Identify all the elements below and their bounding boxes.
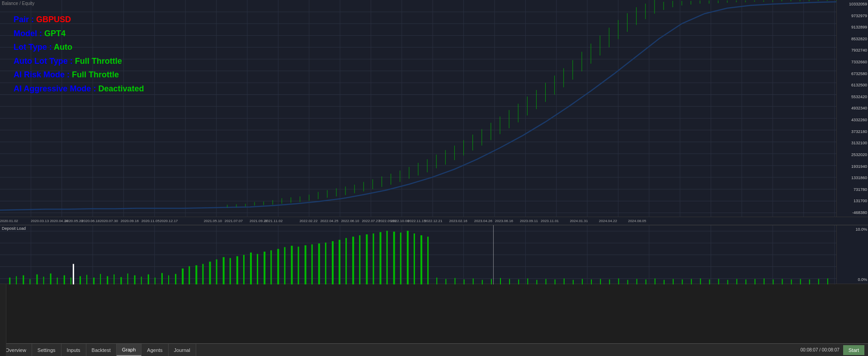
svg-rect-200 xyxy=(482,280,483,285)
tab-graph[interactable]: Graph xyxy=(117,344,142,356)
svg-rect-204 xyxy=(518,280,519,285)
y-label-16: 731780 xyxy=(838,187,867,192)
auto-lot-line: Auto Lot Type : Full Throttle xyxy=(14,54,144,68)
svg-rect-226 xyxy=(709,280,710,285)
x-axis-dates: 2020.01.022020.03.132020.04.242020.05.20… xyxy=(0,217,868,225)
svg-rect-146 xyxy=(100,274,101,285)
svg-rect-210 xyxy=(573,280,574,285)
start-button[interactable]: Start xyxy=(843,345,864,355)
y-label-1: 9732979 xyxy=(838,14,867,18)
svg-rect-209 xyxy=(564,279,565,285)
chart-info-overlay: Pair : GBPUSD Model : GPT4 Lot Type : Au… xyxy=(14,13,144,96)
svg-rect-143 xyxy=(80,276,81,285)
svg-rect-224 xyxy=(691,279,692,285)
svg-rect-174 xyxy=(291,246,292,284)
charts-area: Strategy Tester Balance / Equity Pair : … xyxy=(0,0,868,343)
svg-rect-228 xyxy=(727,280,728,285)
x-date-label: 2020.01.02 xyxy=(0,219,18,223)
svg-rect-142 xyxy=(73,264,74,284)
svg-rect-170 xyxy=(264,252,265,284)
x-date-label: 2020.06.18 xyxy=(81,219,99,223)
y-label-3: 8532820 xyxy=(838,37,867,41)
svg-rect-158 xyxy=(182,269,184,285)
svg-rect-193 xyxy=(420,235,422,285)
svg-rect-230 xyxy=(745,280,746,285)
svg-rect-160 xyxy=(195,265,197,284)
svg-rect-221 xyxy=(664,280,665,285)
svg-rect-135 xyxy=(29,279,30,285)
pair-line: Pair : GBPUSD xyxy=(14,13,144,27)
x-date-label: 2023.11.01 xyxy=(541,219,559,223)
svg-rect-132 xyxy=(9,278,10,285)
svg-rect-212 xyxy=(591,280,592,285)
tabs-group: Overview Settings Inputs Backtest Graph … xyxy=(0,344,797,356)
svg-rect-138 xyxy=(50,274,52,285)
x-date-label: 2023.06.16 xyxy=(495,219,513,223)
svg-rect-198 xyxy=(464,280,465,285)
balance-equity-label: Balance / Equity xyxy=(2,1,34,6)
x-date-label: 2022.02.22 xyxy=(299,219,317,223)
svg-rect-208 xyxy=(555,280,556,285)
tab-backtest[interactable]: Backtest xyxy=(86,344,117,356)
ai-risk-line: AI Risk Mode : Full Throttle xyxy=(14,68,144,82)
svg-rect-238 xyxy=(818,279,819,285)
svg-rect-140 xyxy=(64,275,65,285)
y-label-8: 5532420 xyxy=(838,95,867,99)
bottom-tabs-bar: Overview Settings Inputs Backtest Graph … xyxy=(0,343,868,356)
y-label-5: 7332660 xyxy=(838,60,867,64)
x-date-label: 2020.07.30 xyxy=(100,219,118,223)
svg-rect-234 xyxy=(782,279,783,285)
x-date-label: 2023.02.16 xyxy=(449,219,467,223)
svg-rect-168 xyxy=(250,252,252,284)
tab-journal[interactable]: Journal xyxy=(169,344,196,356)
x-date-label: 2020.03.13 xyxy=(31,219,49,223)
y-label-9: 4932340 xyxy=(838,106,867,110)
x-date-label: 2023.04.26 xyxy=(474,219,492,223)
deposit-y-axis: 10.0% 0.0% xyxy=(836,225,868,284)
deposit-chart-svg xyxy=(0,225,836,285)
svg-rect-199 xyxy=(473,279,474,285)
tab-agents[interactable]: Agents xyxy=(142,344,168,356)
svg-rect-203 xyxy=(509,279,510,285)
svg-rect-205 xyxy=(527,279,528,285)
svg-rect-225 xyxy=(700,279,701,285)
svg-rect-162 xyxy=(209,261,211,284)
svg-rect-133 xyxy=(16,276,17,285)
svg-rect-231 xyxy=(755,279,755,285)
svg-rect-141 xyxy=(71,278,71,285)
svg-rect-156 xyxy=(168,275,169,285)
svg-rect-139 xyxy=(57,278,58,285)
tab-settings[interactable]: Settings xyxy=(32,344,61,356)
svg-rect-196 xyxy=(445,279,446,285)
model-line: Model : GPT4 xyxy=(14,27,144,41)
svg-rect-218 xyxy=(637,279,637,285)
svg-rect-239 xyxy=(827,279,828,285)
svg-rect-154 xyxy=(155,278,156,285)
svg-rect-176 xyxy=(305,245,307,284)
svg-rect-185 xyxy=(366,234,368,285)
svg-rect-155 xyxy=(161,273,163,285)
x-date-label: 2022.12.21 xyxy=(424,219,442,223)
svg-rect-213 xyxy=(493,225,494,285)
svg-rect-161 xyxy=(202,264,203,284)
svg-rect-227 xyxy=(718,279,719,285)
svg-rect-177 xyxy=(311,244,313,284)
svg-rect-137 xyxy=(43,277,44,285)
svg-rect-195 xyxy=(436,278,437,285)
svg-rect-183 xyxy=(352,237,354,285)
svg-rect-197 xyxy=(454,278,455,285)
y-label-13: 2532020 xyxy=(838,152,867,157)
x-date-label: 2022.04.25 xyxy=(320,219,338,223)
svg-rect-223 xyxy=(682,280,683,285)
svg-rect-173 xyxy=(284,247,285,284)
svg-rect-152 xyxy=(141,277,142,285)
svg-rect-222 xyxy=(673,279,674,285)
svg-rect-166 xyxy=(236,256,238,284)
svg-rect-192 xyxy=(414,233,415,285)
svg-rect-148 xyxy=(113,275,114,285)
tab-inputs[interactable]: Inputs xyxy=(61,344,86,356)
svg-rect-149 xyxy=(120,277,122,285)
svg-rect-181 xyxy=(339,240,340,285)
ai-aggressive-line: AI Aggressive Mode : Deactivated xyxy=(14,82,144,96)
svg-rect-207 xyxy=(546,279,547,285)
